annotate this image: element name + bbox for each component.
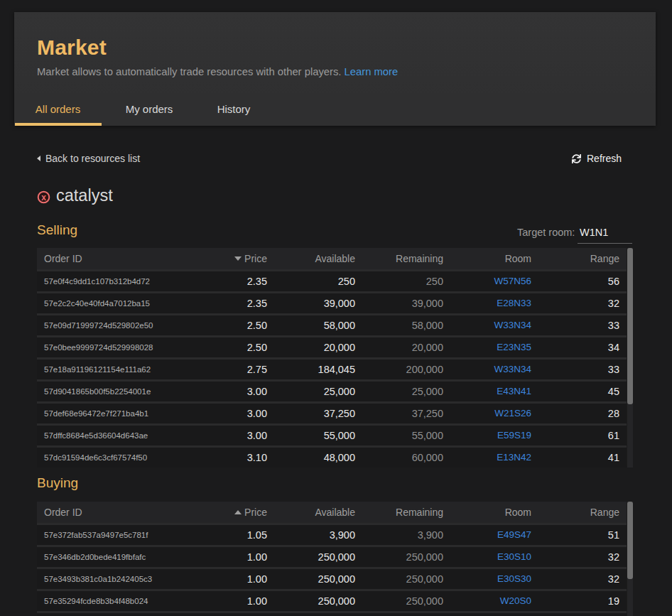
svg-text:x: x [41,193,46,202]
